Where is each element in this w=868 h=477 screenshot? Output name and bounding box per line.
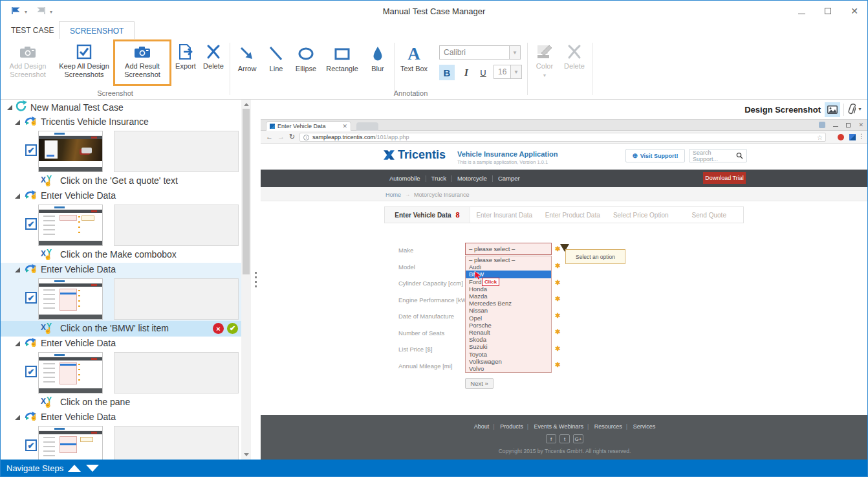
expander-icon[interactable] [15,415,20,420]
font-name-combobox[interactable]: Calibri ▼ [439,45,521,60]
result-screenshot-placeholder[interactable] [114,131,239,172]
add-design-screenshot-button[interactable]: Add Design Screenshot [3,41,52,79]
tree-group-header[interactable]: ☝ Tricentis Vehicle Insurance [1,115,241,129]
tree-scrollbar[interactable] [241,100,251,460]
arrow-tool-button[interactable]: Arrow [232,43,262,72]
navigate-down-icon[interactable] [86,465,99,472]
breadcrumb: Home → Motorcycle Insurance [261,187,868,201]
viewer-header: Design Screenshot ▼ [261,100,867,120]
reject-step-button[interactable]: × [213,323,224,334]
title-bar: ▾ ▾ Manual Test Case Manager ✕ [1,1,867,21]
tricentis-logo-icon [382,148,396,164]
step-checkbox[interactable]: ✔ [25,218,37,230]
add-result-screenshot-button[interactable]: Add Result Screenshot [117,41,168,79]
attachment-button[interactable]: ▼ [847,103,862,115]
expander-icon[interactable] [15,341,20,346]
browser-extension-icon [849,134,856,140]
screenshot-toggle-button[interactable] [825,102,840,117]
color-button[interactable]: Color ▼ [531,41,558,80]
address-bar: i sampleapp.tricentis.com/101/app.php ☆ [299,133,826,142]
blur-tool-button[interactable]: Blur [365,43,390,72]
divider [843,104,844,116]
expander-icon[interactable] [7,105,12,110]
nav-item: Automobile [389,175,420,182]
ellipse-tool-button[interactable]: Ellipse [292,43,320,72]
result-screenshot-placeholder[interactable] [114,426,239,460]
group-label-screenshot: Screenshot [1,89,230,97]
minimize-button[interactable] [798,14,805,14]
italic-button[interactable]: I [459,65,474,80]
font-size-combobox[interactable]: 16 ▼ [494,65,522,79]
delete-screenshot-button[interactable]: Delete [200,41,227,71]
page-header: Tricentis Vehicle Insurance Application … [261,144,868,170]
design-screenshot-thumbnail[interactable] [38,278,103,320]
step-checkbox[interactable]: ✔ [25,292,37,304]
design-screenshot-thumbnail[interactable] [38,131,103,172]
navigate-up-icon[interactable] [68,465,81,472]
wizard-step: Enter Insurant Data [470,212,539,219]
design-screenshot-thumbnail[interactable] [38,426,103,460]
font-size-value: 16 [494,67,510,76]
delete-icon [200,41,227,62]
result-screenshot-placeholder[interactable] [114,205,239,246]
tree-step-row[interactable]: XY☝ Click on the Make combobox [1,247,241,263]
tree-group-header[interactable]: ☝ Enter Vehicle Data [1,263,241,277]
line-tool-button[interactable]: Line [265,43,288,72]
accept-step-button[interactable]: ✔ [227,323,238,334]
tab-test-case[interactable]: TEST CASE [11,26,54,35]
expander-icon[interactable] [15,120,20,125]
root-label: New Manual Test Case [30,102,124,113]
required-asterisk: ✱ [555,312,560,319]
step-checkbox[interactable]: ✔ [25,366,37,377]
design-screenshot-canvas[interactable]: Enter Vehicle Data ✕ ✕ ← → ↻ [261,120,868,461]
scroll-down-icon[interactable] [244,453,249,456]
breadcrumb-current: Motorcycle Insurance [414,192,470,198]
expander-icon[interactable] [15,267,20,272]
result-screenshot-placeholder[interactable] [114,278,239,320]
tree-step-row[interactable]: XY☝ Click on the 'Get a quote' text [1,173,241,189]
delete-annotation-button[interactable]: Delete [561,41,588,71]
close-button[interactable]: ✕ [851,7,858,15]
tree-root-row[interactable]: New Manual Test Case [1,100,241,115]
underline-button[interactable]: U [475,65,491,80]
google-plus-icon: G+ [573,434,583,443]
back-icon: ← [266,133,273,140]
search-icon [736,152,743,159]
bold-button[interactable]: B [439,65,455,80]
text-box-tool-button[interactable]: A Text Box [398,43,430,72]
step-checkbox[interactable]: ✔ [25,144,37,156]
rectangle-tool-button[interactable]: Rectangle [323,43,362,72]
export-button[interactable]: Export [173,41,199,71]
design-screenshot-thumbnail[interactable] [38,205,103,246]
checkbox-icon [54,41,114,62]
arrow-icon [232,43,262,65]
tree-step-row-selected[interactable]: XY☝ Click on the 'BMW' list item × ✔ [1,321,241,337]
browser-extension-icon [838,134,844,140]
dropdown-option: Nissan [466,307,551,314]
maximize-button[interactable] [825,8,831,14]
tree-group-header[interactable]: ☝ Enter Vehicle Data [1,189,241,203]
page-footer: About| Products| Events & Webinars| Reso… [261,415,868,461]
design-screenshot-thumbnail[interactable] [38,352,103,394]
tree-step-row[interactable]: XY☝ Click on the pane [1,395,241,410]
browser-minimize-icon [833,126,838,127]
scroll-up-icon[interactable] [244,103,249,106]
keep-all-design-screenshots-button[interactable]: Keep All Design Screenshots [54,41,114,79]
footer-link: Events & Webinars [534,423,583,430]
tree-group-header[interactable]: ☝ Enter Vehicle Data [1,337,241,351]
panel-splitter[interactable] [251,100,261,460]
navigate-steps-label: Navigate Steps [6,463,63,473]
expander-icon[interactable] [15,194,20,199]
copyright-text: Copyright 2015 by Tricentis GmbH. All ri… [261,448,868,454]
tree-group-header[interactable]: ☝ Enter Vehicle Data [1,410,241,425]
result-screenshot-placeholder[interactable] [114,352,239,394]
test-step-tree: New Manual Test Case ☝ Tricentis Vehicle… [1,100,241,460]
module-click-icon: ☝ [24,410,38,423]
make-select: – please select – [465,243,552,255]
wizard-step: Enter Product Data [539,212,607,219]
step-checkbox[interactable]: ✔ [25,439,37,451]
group-label: Enter Vehicle Data [41,412,116,422]
download-trial-button: Download Trial [703,172,746,184]
scrollbar-thumb[interactable] [243,109,250,274]
tab-screenshot[interactable]: SCREENSHOT [59,21,135,39]
